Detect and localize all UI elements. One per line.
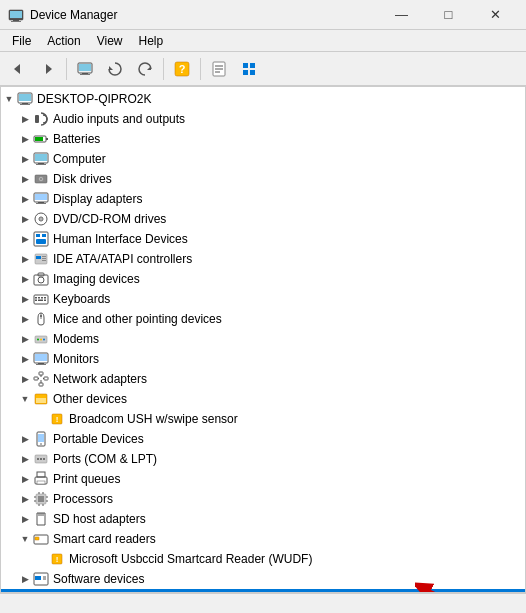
smartcard-label: Smart card readers — [53, 532, 156, 546]
svg-rect-1 — [10, 11, 22, 18]
list-item[interactable]: ▶ SD host adapters — [1, 509, 525, 529]
list-item[interactable]: ▶ Audio inputs and outputs — [1, 109, 525, 129]
list-item[interactable]: ▼ Other devices — [1, 389, 525, 409]
batteries-expander[interactable]: ▶ — [17, 131, 33, 147]
list-item[interactable]: ▶ IDE ATA/ATAPI controllers — [1, 249, 525, 269]
ports-label: Ports (COM & LPT) — [53, 452, 157, 466]
root-expander[interactable]: ▼ — [1, 91, 17, 107]
modems-label: Modems — [53, 332, 99, 346]
broadcom-label: Broadcom USH w/swipe sensor — [69, 412, 238, 426]
menu-file[interactable]: File — [4, 30, 39, 52]
svg-text:!: ! — [56, 415, 59, 424]
svg-rect-25 — [20, 104, 30, 105]
imaging-expander[interactable]: ▶ — [17, 271, 33, 287]
disk-label: Disk drives — [53, 172, 112, 186]
list-item[interactable]: ▶ Software devices — [1, 569, 525, 589]
portable-expander[interactable]: ▶ — [17, 431, 33, 447]
maximize-button[interactable]: □ — [426, 0, 471, 30]
smartcard-expander[interactable]: ▼ — [17, 531, 33, 547]
svg-rect-83 — [36, 398, 46, 403]
minimize-button[interactable]: — — [379, 0, 424, 30]
computer-expander[interactable]: ▶ — [17, 151, 33, 167]
list-item[interactable]: ▶ Computer — [1, 149, 525, 169]
back-button[interactable] — [4, 55, 32, 83]
menu-view[interactable]: View — [89, 30, 131, 52]
svg-rect-57 — [35, 297, 37, 299]
svg-rect-49 — [36, 256, 41, 259]
svg-rect-76 — [44, 377, 48, 380]
tree-root-item[interactable]: ▼ DESKTOP-QIPRO2K — [1, 89, 525, 109]
computer-icon-btn[interactable] — [71, 55, 99, 83]
list-item[interactable]: ▶ Processors — [1, 489, 525, 509]
svg-rect-26 — [35, 115, 39, 123]
svg-rect-7 — [79, 64, 91, 71]
title-bar: Device Manager — □ ✕ — [0, 0, 526, 30]
list-item[interactable]: ▶ Print queues — [1, 469, 525, 489]
list-item[interactable]: ▶ ! Broadcom USH w/swipe sensor — [1, 409, 525, 429]
dvd-icon — [33, 211, 49, 227]
list-item[interactable]: ▶ Batteries — [1, 129, 525, 149]
imaging-label: Imaging devices — [53, 272, 140, 286]
svg-rect-39 — [38, 202, 44, 203]
monitors-expander[interactable]: ▶ — [17, 351, 33, 367]
other-expander[interactable]: ▼ — [17, 391, 33, 407]
window-controls: — □ ✕ — [379, 0, 518, 30]
display-expander[interactable]: ▶ — [17, 191, 33, 207]
list-item[interactable]: ▶ Display adapters — [1, 189, 525, 209]
toolbar: ? — [0, 52, 526, 86]
list-item[interactable]: ▶ Imaging devices — [1, 269, 525, 289]
svg-rect-20 — [243, 70, 248, 75]
other-devices-label: Other devices — [53, 392, 127, 406]
disk-expander[interactable]: ▶ — [17, 171, 33, 187]
forward-button[interactable] — [34, 55, 62, 83]
list-item[interactable]: ▶ Monitors — [1, 349, 525, 369]
app-window: Device Manager — □ ✕ File Action View He… — [0, 0, 526, 613]
svg-rect-2 — [13, 20, 19, 21]
svg-rect-28 — [35, 137, 43, 141]
list-item[interactable]: ▶ Human Interface Devices — [1, 229, 525, 249]
list-item[interactable]: ▶ Keyboards — [1, 289, 525, 309]
ide-expander[interactable]: ▶ — [17, 251, 33, 267]
list-item[interactable]: ▶ Ports (COM & LPT) — [1, 449, 525, 469]
svg-rect-72 — [38, 363, 44, 364]
close-button[interactable]: ✕ — [473, 0, 518, 30]
device-tree[interactable]: ▼ DESKTOP-QIPRO2K ▶ — [0, 86, 526, 593]
help-button[interactable]: ? — [168, 55, 196, 83]
list-item[interactable]: ▶ Portable Devices — [1, 429, 525, 449]
svg-rect-38 — [35, 194, 47, 200]
svg-marker-5 — [46, 64, 52, 74]
svg-rect-62 — [38, 300, 43, 302]
processor-icon — [33, 491, 49, 507]
list-item[interactable]: ▶ ! Microsoft Usbccid Smartcard Reader (… — [1, 549, 525, 569]
list-item[interactable]: ▶ DVD/CD-ROM drives — [1, 209, 525, 229]
sd-expander[interactable]: ▶ — [17, 511, 33, 527]
list-item[interactable]: ▶ Disk drives — [1, 169, 525, 189]
dvd-expander[interactable]: ▶ — [17, 211, 33, 227]
svg-rect-8 — [82, 73, 88, 74]
mice-expander[interactable]: ▶ — [17, 311, 33, 327]
software-expander[interactable]: ▶ — [17, 571, 33, 587]
rollback-button[interactable] — [131, 55, 159, 83]
hid-expander[interactable]: ▶ — [17, 231, 33, 247]
list-item[interactable]: ▼ Smart card readers — [1, 529, 525, 549]
network-icon — [33, 371, 49, 387]
menu-help[interactable]: Help — [131, 30, 172, 52]
update-button[interactable] — [101, 55, 129, 83]
list-item[interactable]: ▶ Mice and other pointing devices — [1, 309, 525, 329]
list-item[interactable]: ▶ Modems — [1, 329, 525, 349]
svg-rect-110 — [35, 537, 39, 540]
audio-expander[interactable]: ▶ — [17, 111, 33, 127]
properties-button[interactable] — [205, 55, 233, 83]
ports-expander[interactable]: ▶ — [17, 451, 33, 467]
modems-expander[interactable]: ▶ — [17, 331, 33, 347]
network-expander[interactable]: ▶ — [17, 371, 33, 387]
list-item[interactable]: ▶ Network adapters — [1, 369, 525, 389]
svg-rect-24 — [22, 103, 28, 104]
view-button[interactable] — [235, 55, 263, 83]
keyboards-expander[interactable]: ▶ — [17, 291, 33, 307]
mouse-icon — [33, 311, 49, 327]
svg-point-90 — [37, 458, 39, 460]
menu-action[interactable]: Action — [39, 30, 88, 52]
processors-expander[interactable]: ▶ — [17, 491, 33, 507]
print-expander[interactable]: ▶ — [17, 471, 33, 487]
